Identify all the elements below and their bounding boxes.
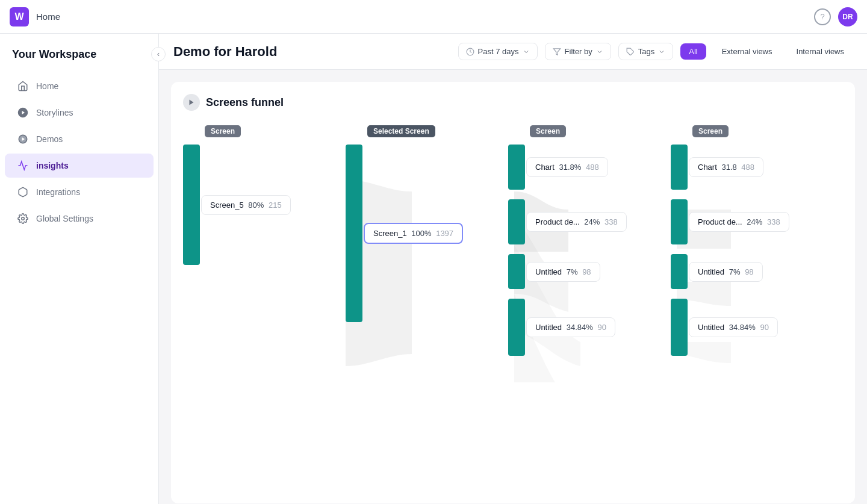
funnel-node-untitled-34-4[interactable]: Untitled 34.84% 90	[671, 299, 833, 356]
content-header: Demo for Harold Past 7 days Filter by Ta…	[159, 34, 867, 70]
tag-icon	[626, 48, 635, 56]
svg-marker-6	[553, 48, 561, 55]
funnel-node-untitled-7-4[interactable]: Untitled 7% 98	[671, 254, 833, 289]
col4-badge: Screen	[692, 125, 729, 137]
chevron-down-icon	[658, 48, 665, 55]
app-title: Home	[36, 11, 60, 22]
node-card-selected: Screen_1 100% 1397	[364, 223, 463, 244]
sidebar-item-label: Storylines	[36, 108, 73, 117]
funnel-column-3: Screen Chart 31.8% 488	[508, 125, 671, 370]
funnel-node-untitled-34[interactable]: Untitled 34.84% 90	[508, 299, 671, 356]
funnel-node-screen1[interactable]: Screen_1 100% 1397	[346, 145, 508, 322]
node-bar	[671, 299, 688, 356]
funnel-node-chart-4[interactable]: Chart 31.8 488	[671, 145, 833, 190]
clock-icon	[466, 48, 474, 56]
node-card: Screen_5 80% 215	[201, 195, 291, 215]
tags-label: Tags	[638, 47, 654, 56]
svg-point-4	[22, 217, 25, 220]
node-card: Product de... 24% 338	[689, 212, 789, 232]
node-bar	[508, 145, 525, 190]
funnel-column-2: Selected Screen Screen_1 100% 1397	[346, 125, 508, 370]
node-card: Untitled 7% 98	[526, 262, 600, 282]
tags-filter[interactable]: Tags	[618, 43, 673, 60]
node-card: Untitled 7% 98	[689, 262, 763, 282]
funnel-play-button[interactable]	[183, 94, 200, 111]
demos-icon	[17, 133, 29, 145]
svg-marker-8	[190, 100, 194, 105]
storylines-icon	[17, 107, 29, 119]
filter-by-button[interactable]: Filter by	[545, 43, 611, 60]
time-filter[interactable]: Past 7 days	[458, 43, 538, 60]
sidebar-item-label: Global Settings	[36, 214, 93, 223]
help-button[interactable]: ?	[814, 8, 831, 25]
sidebar: Your Workspace Home Storylines Demos ins…	[0, 34, 159, 504]
funnel-node-product-4[interactable]: Product de... 24% 338	[671, 199, 833, 244]
col2-badge: Selected Screen	[367, 125, 435, 137]
col3-badge-area: Screen	[508, 125, 671, 137]
view-internal-button[interactable]: Internal views	[788, 43, 853, 60]
node-card: Chart 31.8 488	[689, 157, 763, 177]
funnel-body: Screen Screen_5 80% 215	[183, 125, 843, 370]
sidebar-item-label: Integrations	[36, 187, 80, 197]
funnel-node-untitled-7[interactable]: Untitled 7% 98	[508, 254, 671, 289]
node-bar	[346, 145, 362, 322]
view-all-button[interactable]: All	[680, 43, 706, 60]
workspace-label: Your Workspace	[0, 43, 158, 73]
funnel-container: Screens funnel	[159, 70, 867, 504]
home-icon	[17, 80, 29, 92]
col3-badge: Screen	[530, 125, 566, 137]
funnel-card: Screens funnel	[171, 82, 855, 503]
sidebar-item-label: Demos	[36, 134, 63, 144]
col1-badge: Screen	[205, 125, 241, 137]
funnel-header: Screens funnel	[183, 94, 843, 111]
page-title: Demo for Harold	[173, 44, 451, 60]
funnel-node-product[interactable]: Product de... 24% 338	[508, 199, 671, 244]
funnel-title: Screens funnel	[206, 96, 284, 109]
play-icon	[188, 99, 195, 106]
funnel-visualization: Screen Screen_5 80% 215	[183, 125, 843, 382]
sidebar-item-label: Home	[36, 81, 58, 91]
user-avatar[interactable]: DR	[838, 7, 857, 26]
node-card: Untitled 34.84% 90	[689, 317, 778, 337]
node-bar	[508, 254, 525, 289]
sidebar-item-integrations[interactable]: Integrations	[5, 180, 154, 204]
node-card: Untitled 34.84% 90	[526, 317, 615, 337]
insights-icon	[17, 160, 29, 172]
filter-icon	[553, 48, 561, 56]
view-external-button[interactable]: External views	[713, 43, 781, 60]
funnel-node-screen5[interactable]: Screen_5 80% 215	[183, 145, 346, 265]
sidebar-item-global-settings[interactable]: Global Settings	[5, 207, 154, 231]
col1-badge-area: Screen	[183, 125, 346, 137]
node-bar	[508, 199, 525, 244]
col2-badge-area: Selected Screen	[346, 125, 508, 137]
sidebar-item-demos[interactable]: Demos	[5, 127, 154, 151]
sidebar-collapse-button[interactable]: ‹	[151, 47, 166, 61]
node-bar	[508, 299, 525, 356]
topbar: W Home ? DR	[0, 0, 867, 34]
sidebar-item-storylines[interactable]: Storylines	[5, 101, 154, 125]
sidebar-item-label: insights	[36, 161, 69, 170]
app-logo: W	[10, 7, 29, 26]
node-bar	[183, 145, 200, 265]
integrations-icon	[17, 186, 29, 198]
funnel-column-4: Screen Chart 31.8 488	[671, 125, 833, 370]
col4-badge-area: Screen	[671, 125, 833, 137]
sidebar-item-home[interactable]: Home	[5, 74, 154, 98]
main-content: Demo for Harold Past 7 days Filter by Ta…	[159, 34, 867, 504]
chevron-down-icon	[596, 48, 603, 55]
sidebar-item-insights[interactable]: insights	[5, 154, 154, 178]
node-card: Product de... 24% 338	[526, 212, 627, 232]
funnel-node-chart[interactable]: Chart 31.8% 488	[508, 145, 671, 190]
node-card: Chart 31.8% 488	[526, 157, 608, 177]
filter-by-label: Filter by	[565, 47, 592, 56]
time-filter-label: Past 7 days	[478, 47, 519, 56]
chevron-down-icon	[523, 48, 530, 55]
settings-icon	[17, 213, 29, 225]
node-bar	[671, 199, 688, 244]
funnel-column-1: Screen Screen_5 80% 215	[183, 125, 346, 370]
node-bar	[671, 145, 688, 190]
node-bar	[671, 254, 688, 289]
